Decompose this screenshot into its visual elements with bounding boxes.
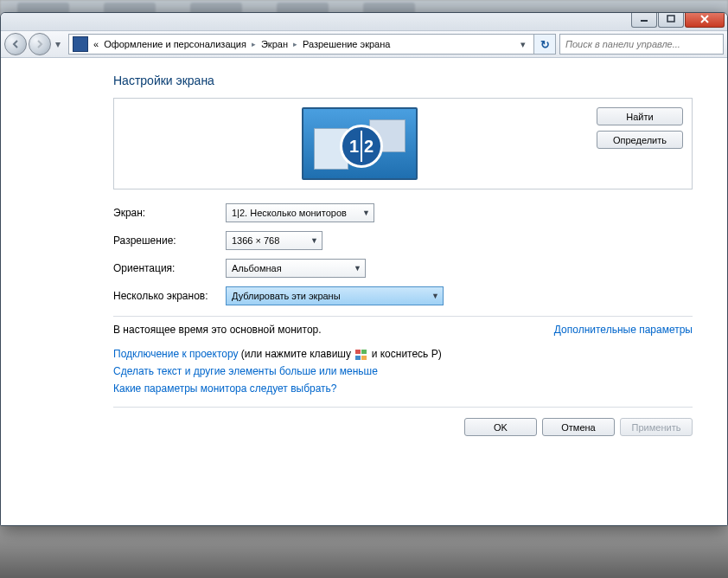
page-title: Настройки экрана <box>113 74 693 87</box>
projector-hint-1: (или нажмите клавишу <box>239 348 354 360</box>
minimize-button[interactable] <box>631 12 657 28</box>
refresh-button[interactable]: ↻ <box>534 34 556 55</box>
monitor-thumbnail[interactable]: 1 2 <box>302 107 418 180</box>
advanced-settings-link[interactable]: Дополнительные параметры <box>554 324 693 336</box>
identify-button[interactable]: Определить <box>597 131 683 149</box>
divider <box>113 316 693 317</box>
orientation-select-value: Альбомная <box>232 263 282 273</box>
nav-back-button[interactable] <box>4 33 27 55</box>
projector-hint-2: и коснитесь P) <box>368 348 441 360</box>
navigation-bar: ▾ « Оформление и персонализация ▸ Экран … <box>1 31 727 58</box>
close-button[interactable] <box>685 12 725 28</box>
breadcrumb-prefix: « <box>93 39 99 49</box>
screen-select[interactable]: 1|2. Несколько мониторов ▼ <box>226 203 374 222</box>
apply-button[interactable]: Применить <box>620 418 693 436</box>
window-titlebar <box>1 13 727 31</box>
chevron-down-icon: ▼ <box>303 236 318 245</box>
monitor-number-separator <box>361 131 362 162</box>
control-panel-window: ▾ « Оформление и персонализация ▸ Экран … <box>0 12 728 526</box>
breadcrumb-seg2[interactable]: Экран <box>261 39 288 49</box>
search-box[interactable] <box>559 34 724 55</box>
chevron-down-icon: ▼ <box>425 292 439 300</box>
search-input[interactable] <box>564 38 719 50</box>
chevron-down-icon: ▼ <box>347 264 361 273</box>
breadcrumb-seg1[interactable]: Оформление и персонализация <box>104 39 246 49</box>
resolution-select[interactable]: 1366 × 768 ▼ <box>226 231 322 250</box>
dialog-buttons: OK Отмена Применить <box>113 407 693 436</box>
control-panel-icon <box>73 36 88 52</box>
screen-select-value: 1|2. Несколько мониторов <box>232 208 347 218</box>
resolution-select-value: 1366 × 768 <box>232 235 279 246</box>
screen-label: Экран: <box>113 207 226 219</box>
orientation-label: Ориентация: <box>113 262 226 274</box>
text-size-link[interactable]: Сделать текст и другие элементы больше и… <box>113 365 378 377</box>
monitor-number-badge: 1 2 <box>340 125 383 168</box>
bottom-shadow <box>0 526 728 578</box>
monitor-2-number: 2 <box>364 137 374 157</box>
cancel-button[interactable]: Отмена <box>542 418 615 436</box>
resolution-label: Разрешение: <box>113 234 226 247</box>
address-dropdown-icon[interactable]: ▾ <box>516 39 530 50</box>
ok-button[interactable]: OK <box>464 418 537 436</box>
multiple-displays-value: Дублировать эти экраны <box>232 291 341 301</box>
address-bar[interactable]: « Оформление и персонализация ▸ Экран ▸ … <box>68 34 534 55</box>
multiple-displays-label: Несколько экранов: <box>113 290 226 302</box>
display-preview-frame: 1 2 Найти Определить <box>113 98 693 189</box>
primary-monitor-status: В настоящее время это основной монитор. <box>113 324 322 336</box>
orientation-select[interactable]: Альбомная ▼ <box>226 259 366 278</box>
svg-rect-1 <box>667 16 674 22</box>
nav-history-dropdown[interactable]: ▾ <box>53 35 63 54</box>
which-params-link[interactable]: Какие параметры монитора следует выбрать… <box>113 382 337 395</box>
projector-link[interactable]: Подключение к проектору <box>113 348 239 360</box>
chevron-right-icon[interactable]: ▸ <box>293 40 297 48</box>
windows-key-icon <box>355 350 367 360</box>
breadcrumb-seg3[interactable]: Разрешение экрана <box>303 39 390 49</box>
chevron-down-icon: ▼ <box>355 209 370 217</box>
monitor-1-number: 1 <box>349 137 359 157</box>
nav-forward-button[interactable] <box>29 33 51 55</box>
display-preview[interactable]: 1 2 <box>123 107 597 180</box>
maximize-button[interactable] <box>658 12 684 28</box>
multiple-displays-select[interactable]: Дублировать эти экраны ▼ <box>226 286 444 305</box>
chevron-right-icon[interactable]: ▸ <box>252 40 256 48</box>
content-area: Настройки экрана 1 2 <box>1 58 727 525</box>
detect-button[interactable]: Найти <box>597 107 683 125</box>
